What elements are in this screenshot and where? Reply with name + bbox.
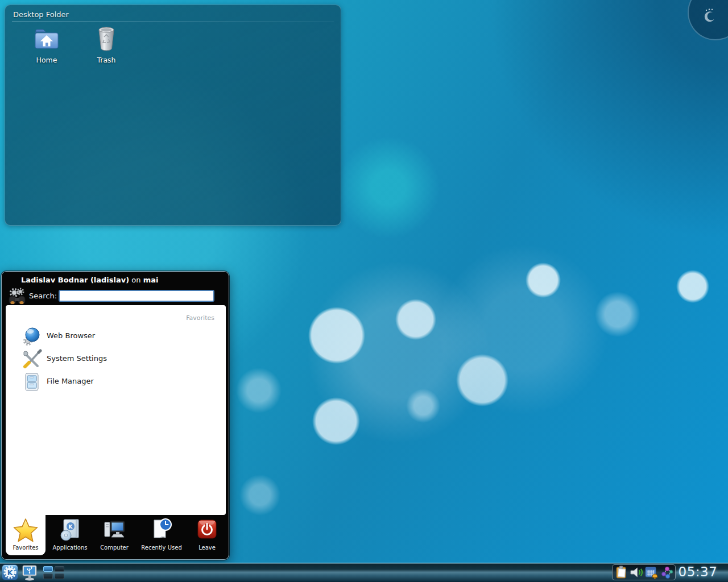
tab-applications[interactable]: K Applications [47,515,93,555]
power-icon [195,517,220,543]
kickoff-content-panel: Favorites Web Browser [6,305,226,515]
web-browser-icon [22,326,42,347]
trash-can-icon [93,24,119,53]
icon-label: Trash [84,56,129,64]
widget-title-separator [12,22,334,22]
menu-item-label: File Manager [47,377,94,385]
tab-label: Recently Used [137,544,186,551]
tab-computer[interactable]: Computer [93,515,136,555]
desktop-folder-widget[interactable]: Desktop Folder Home [5,5,341,226]
monitor-usb-icon [21,564,38,581]
desktop-icon-home[interactable]: Home [24,26,69,64]
svg-text:K: K [69,524,73,530]
network-molecule-icon[interactable] [660,566,673,579]
taskbar-panel: K [0,563,728,582]
cashew-icon [701,9,718,26]
pager-desktop-1[interactable] [43,566,53,572]
pager-desktop-3[interactable] [43,573,53,579]
volume-icon[interactable] [630,566,643,579]
kickoff-user-line: Ladislav Bodnar (ladislav) on mai [21,276,158,284]
desktop-toolbox-cashew[interactable] [688,0,728,40]
host-name: mai [143,276,159,284]
tab-label: Applications [47,544,93,551]
section-header: Favorites [186,314,214,322]
file-manager-icon [22,372,42,392]
digital-clock[interactable]: 05:37 [677,564,719,579]
search-input[interactable] [59,290,214,302]
desktop-icon-trash[interactable]: Trash [84,24,129,64]
desktop-wallpaper[interactable]: Desktop Folder Home [0,0,728,582]
system-tray [612,564,676,580]
menu-item-system-settings[interactable]: System Settings [6,347,226,370]
tab-recently-used[interactable]: Recently Used [137,515,186,555]
user-on: on [131,276,140,284]
tab-label: Computer [93,544,136,551]
star-icon [13,517,38,543]
menu-item-web-browser[interactable]: Web Browser [6,325,226,347]
tab-leave[interactable]: Leave [187,515,227,555]
app-launcher-button[interactable]: K [2,564,18,580]
device-notifier-button[interactable] [21,564,38,581]
widget-title: Desktop Folder [13,10,69,19]
clipboard-icon[interactable] [614,566,628,579]
pager-desktop-4[interactable] [55,573,64,579]
kickoff-menu: Ladislav Bodnar (ladislav) on mai Search… [1,271,229,560]
computer-icon [102,517,127,543]
tab-label: Leave [187,544,227,551]
system-settings-icon [22,349,42,369]
svg-text:K: K [7,568,14,577]
pager-desktop-2[interactable] [55,566,64,572]
software-box-icon: K [57,517,82,543]
tab-favorites[interactable]: Favorites [5,515,46,555]
icon-label: Home [24,56,69,64]
home-folder-icon [33,26,60,53]
tab-label: Favorites [5,544,46,551]
desktop-pager[interactable] [43,566,65,580]
calendar-alarm-icon[interactable] [644,566,658,579]
menu-item-label: System Settings [47,354,107,363]
document-clock-icon [149,517,174,543]
kde-logo-icon: K [2,565,18,580]
menu-item-file-manager[interactable]: File Manager [6,370,226,393]
menu-item-label: Web Browser [47,331,95,340]
user-name: Ladislav Bodnar (ladislav) [21,276,129,284]
search-label: Search: [29,292,57,300]
